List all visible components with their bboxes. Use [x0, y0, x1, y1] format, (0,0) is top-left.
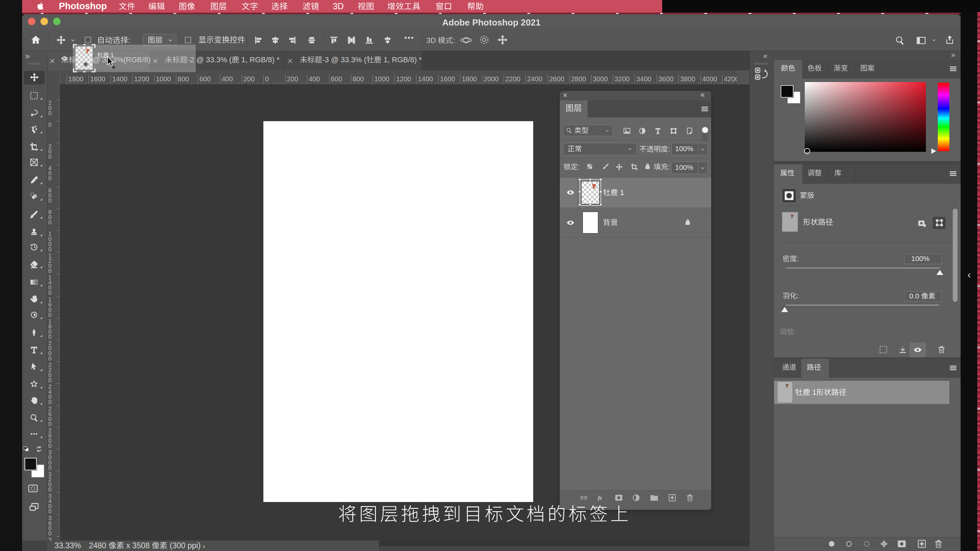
- svg-text:fx: fx: [598, 495, 601, 501]
